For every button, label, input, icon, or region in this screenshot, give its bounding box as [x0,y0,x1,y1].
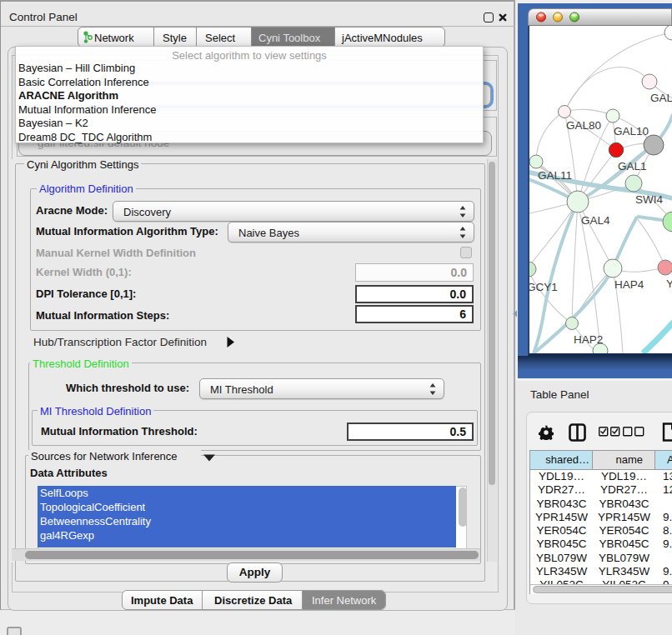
svg-text:GAL7: GAL7 [650,92,672,104]
svg-text:GAL11: GAL11 [538,169,572,182]
svg-text:GAL1: GAL1 [618,160,647,172]
svg-text:HAP2: HAP2 [574,333,603,346]
svg-text:HAP4: HAP4 [614,278,644,291]
svg-text:GCY1: GCY1 [529,281,558,293]
svg-text:GAL10: GAL10 [614,125,649,138]
svg-text:Y: Y [666,278,672,290]
svg-text:SWI4: SWI4 [635,193,663,206]
svg-text:GAL4: GAL4 [581,214,610,227]
svg-text:GAL80: GAL80 [566,119,601,132]
